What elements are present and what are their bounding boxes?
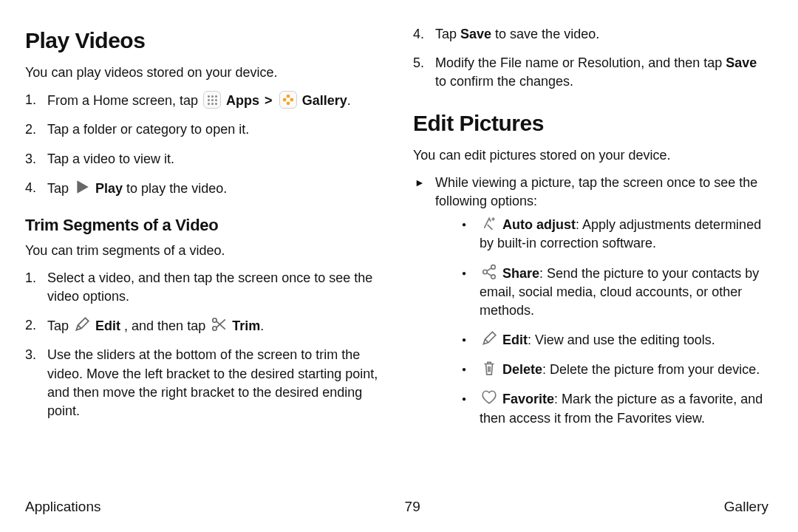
edit-label: Edit [95,318,120,333]
save-label: Save [726,55,757,70]
svg-point-3 [282,98,286,102]
step-text: Tap [47,318,72,333]
share-label: Share [502,266,539,281]
trim-steps-cont: Tap Save to save the video. Modify the F… [413,25,768,92]
auto-adjust-label: Auto adjust [502,217,576,232]
step-text: Modify the File name or Resolution, and … [435,55,726,70]
svg-point-1 [290,98,293,102]
trim-label: Trim [232,318,260,333]
step-text: Tap [435,27,460,41]
trim-step-5: Modify the File name or Resolution, and … [413,54,768,91]
step-text: , and then tap [124,318,209,333]
auto-adjust-icon [481,215,497,231]
left-column: Play Videos You can play videos stored o… [25,25,381,438]
edit-options: Auto adjust: Apply adjustments determine… [457,215,768,428]
delete-label: Delete [502,362,542,377]
step-1: From a Home screen, tap Apps > Gallery. [25,91,381,110]
footer-left: Applications [25,497,100,517]
trim-step-3: Use the sliders at the bottom of the scr… [25,346,381,420]
heading-play-videos: Play Videos [25,25,381,56]
svg-point-8 [483,270,488,274]
opt-edit: Edit: View and use the editing tools. [457,330,768,349]
trim-step-1: Select a video, and then tap the screen … [25,269,381,306]
play-videos-steps: From a Home screen, tap Apps > Gallery. … [25,91,381,198]
trim-step-2: Tap Edit , and then tap Trim. [25,316,381,335]
svg-point-0 [286,95,290,98]
favorite-label: Favorite [502,392,554,406]
opt-text: : Delete the picture from your device. [542,362,760,377]
opt-auto-adjust: Auto adjust: Apply adjustments determine… [457,215,768,253]
step-2: Tap a folder or category to open it. [25,120,381,139]
step-3: Tap a video to view it. [25,150,381,168]
edit-icon [481,330,497,347]
share-icon [481,264,497,280]
trim-step-4: Tap Save to save the video. [413,25,768,44]
heart-icon [481,389,497,406]
gallery-label: Gallery [302,93,347,108]
step-text: to play the video. [126,181,227,196]
page-footer: Applications 79 Gallery [25,497,768,517]
trash-icon [481,360,497,376]
edit-icon [74,316,90,332]
right-column: Tap Save to save the video. Modify the F… [413,25,768,438]
step-text: to save the video. [491,27,599,41]
step-4: Tap Play to play the video. [25,179,381,198]
intro-edit-pictures: You can edit pictures stored on your dev… [413,146,768,165]
opt-text: : View and use the editing tools. [528,332,715,347]
opt-delete: Delete: Delete the picture from your dev… [457,360,768,379]
opt-share: Share: Send the picture to your contacts… [457,264,768,321]
edit-label: Edit [502,332,528,347]
content-columns: Play Videos You can play videos stored o… [25,25,768,438]
scissors-icon [211,316,227,332]
intro-trim: You can trim segments of a video. [25,242,381,260]
trim-steps: Select a video, and then tap the screen … [25,269,381,420]
step-text: to confirm the changes. [435,74,573,89]
svg-point-4 [287,98,290,101]
opt-favorite: Favorite: Mark the picture as a favorite… [457,389,768,427]
arrow-text: While viewing a picture, tap the screen … [435,175,757,208]
svg-point-9 [491,274,496,279]
footer-right: Gallery [724,497,768,517]
play-icon [74,179,90,195]
svg-point-2 [286,102,290,106]
apps-icon [203,91,221,109]
gallery-icon [279,91,297,109]
heading-edit-pictures: Edit Pictures [413,108,768,139]
save-label: Save [460,27,491,41]
step-text: Tap [47,181,72,196]
intro-play-videos: You can play videos stored on your devic… [25,64,381,82]
page-number: 79 [405,497,420,517]
svg-point-7 [491,265,496,269]
chevron-right-icon: > [263,93,274,108]
while-viewing: While viewing a picture, tap the screen … [413,174,768,428]
step-text: From a Home screen, tap [47,93,202,108]
apps-label: Apps [226,93,259,108]
play-label: Play [95,181,123,196]
heading-trim-segments: Trim Segments of a Video [25,214,381,237]
